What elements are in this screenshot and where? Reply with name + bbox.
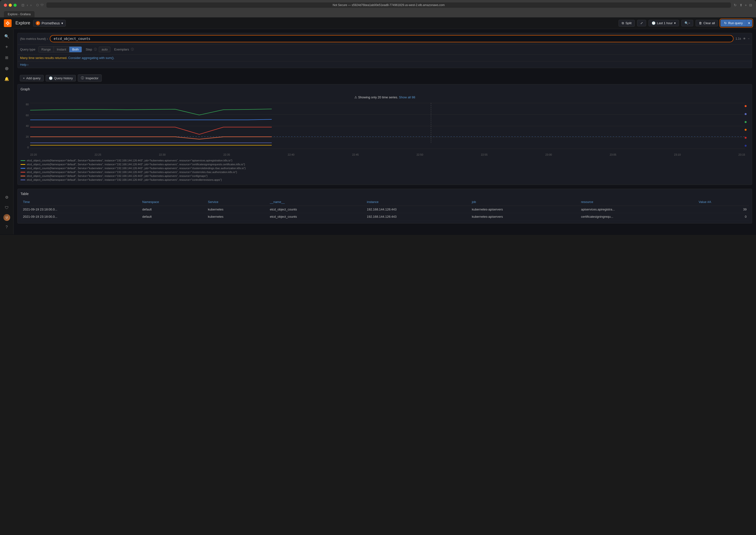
table-row: 2021-09-19 23:18:00.0... default kuberne…	[20, 206, 749, 213]
table-header-row: Time Namespace Service __name__ instance…	[20, 198, 749, 206]
maximize-button[interactable]	[14, 4, 17, 7]
exemplars-label: Exemplars	[114, 48, 129, 51]
step-label: Step	[86, 48, 92, 51]
sidebar: 🔍 + ⊞ ◎ 🔔 ⚙ 🛡	[0, 29, 14, 235]
back-icon[interactable]: ‹	[27, 3, 28, 7]
split-button[interactable]: ⧉ Split	[619, 20, 634, 27]
sidebar-item-search[interactable]: 🔍	[2, 32, 11, 41]
col-service[interactable]: Service	[205, 198, 267, 206]
sidebar-item-explore[interactable]: ◎	[2, 64, 11, 72]
minimize-button[interactable]	[9, 4, 12, 7]
y-label-80: 80	[26, 103, 29, 106]
x-label-3: 22:35	[224, 153, 230, 156]
query-history-button[interactable]: 🕐 Query history	[46, 75, 76, 81]
query-type-row: Query type Range Instant Both Step ⓘ	[18, 44, 752, 55]
y-label-40: 40	[26, 125, 29, 127]
sidebar-item-dashboards[interactable]: ⊞	[2, 53, 11, 62]
col-job[interactable]: job	[469, 198, 579, 206]
zoom-out-button[interactable]: 🔍−	[681, 20, 693, 26]
time-label: Last 1 hour	[657, 21, 673, 25]
col-name[interactable]: __name__	[267, 198, 364, 206]
sidebar-item-help[interactable]: ?	[2, 223, 11, 232]
x-label-8: 23:00	[545, 153, 552, 156]
reload-icon[interactable]: ↻	[734, 3, 737, 7]
run-query-main[interactable]: ↻ Run query	[721, 20, 746, 26]
legend-item-4: etcd_object_counts{Namespace="default", …	[20, 170, 749, 174]
run-query-dropdown[interactable]: ▾	[746, 20, 752, 26]
table-title: Table	[20, 192, 749, 196]
sidebar-item-new[interactable]: +	[2, 42, 11, 51]
collapse-icon[interactable]: −	[748, 37, 749, 40]
legend: etcd_object_counts{Namespace="default", …	[20, 158, 749, 182]
topbar-actions: ⧉ Split ⤢ 🕐 Last 1 hour ▾ 🔍− 🗑 Clear all…	[619, 19, 752, 27]
col-time[interactable]: Time	[20, 198, 140, 206]
dot-2	[745, 113, 746, 115]
forward-icon[interactable]: ›	[30, 3, 32, 7]
clear-button[interactable]: 🗑 Clear all	[696, 20, 718, 26]
cell-time-2: 2021-09-19 23:18:00.0...	[20, 213, 140, 220]
plus-icon: +	[23, 76, 25, 80]
col-resource[interactable]: resource	[579, 198, 696, 206]
col-instance[interactable]: instance	[364, 198, 470, 206]
browser-tab[interactable]: Explore - Grafana	[4, 11, 35, 17]
tab-manager-icon[interactable]: ⊡	[21, 3, 24, 7]
cell-job-1: kubernetes-apiservers	[469, 206, 579, 213]
clock-icon: 🕐	[652, 21, 656, 25]
tab-both[interactable]: Both	[69, 47, 82, 52]
share-icon: ⤢	[640, 21, 643, 25]
table-row: 2021-09-19 23:18:00.0... default kuberne…	[20, 213, 749, 220]
time-picker-button[interactable]: 🕐 Last 1 hour ▾	[649, 20, 679, 26]
query-input[interactable]: etcd_object_counts	[50, 35, 734, 42]
explore-label: Explore	[15, 20, 30, 26]
shield-icon: 🛡	[5, 206, 9, 210]
query-meta: 1.1s 👁 −	[736, 37, 749, 40]
graph-warning-bar: ⚠ Showing only 20 time series. Show all …	[20, 94, 749, 101]
tabs-icon[interactable]: ⊟	[749, 3, 752, 7]
help-link[interactable]: Help ›	[18, 61, 752, 68]
share-icon[interactable]: ⬆	[740, 3, 742, 7]
cell-namespace-1: default	[140, 206, 205, 213]
legend-label-6: etcd_object_counts{Namespace="default", …	[27, 178, 222, 181]
query-time: 1.1s	[736, 37, 741, 40]
legend-color-2	[20, 164, 25, 165]
x-label-2: 22:30	[159, 153, 166, 156]
sidebar-item-shield[interactable]: 🛡	[2, 204, 11, 212]
warning-link[interactable]: Consider aggregating with sum().	[68, 56, 114, 60]
avatar[interactable]: U	[3, 214, 10, 221]
close-button[interactable]	[4, 4, 7, 7]
share-button[interactable]: ⤢	[637, 20, 646, 26]
show-all-link[interactable]: Show all 98	[399, 96, 415, 99]
tab-range[interactable]: Range	[39, 47, 54, 52]
datasource-selector[interactable]: P Prometheus ▾	[33, 20, 66, 27]
new-tab-icon[interactable]: +	[745, 3, 747, 7]
cell-job-2: kubernetes-apiservers	[469, 213, 579, 220]
sidebar-item-settings[interactable]: ⚙	[2, 193, 11, 202]
step-value[interactable]: auto	[99, 47, 110, 52]
legend-color-4	[20, 172, 25, 173]
graph-section: Graph ⚠ Showing only 20 time series. Sho…	[17, 84, 752, 185]
prometheus-icon: P	[36, 21, 40, 25]
add-query-button[interactable]: + Add query	[20, 75, 44, 81]
cell-namespace-2: default	[140, 213, 205, 220]
col-namespace[interactable]: Namespace	[140, 198, 205, 206]
x-label-6: 22:50	[417, 153, 423, 156]
run-query-label: Run query	[728, 21, 743, 25]
sidebar-item-alerting[interactable]: 🔔	[2, 74, 11, 83]
metrics-breadcrumb[interactable]: (No metrics found) ›	[20, 37, 48, 41]
grafana-logo[interactable]	[4, 19, 12, 27]
cell-service-2: kubernetes	[205, 213, 267, 220]
run-query-button[interactable]: ↻ Run query ▾	[720, 19, 752, 27]
aws-icon: ⬡	[36, 3, 39, 7]
tab-instant[interactable]: Instant	[54, 47, 69, 52]
legend-color-3	[20, 168, 25, 169]
right-dots	[745, 103, 746, 149]
eye-icon[interactable]: 👁	[743, 37, 746, 40]
address-bar[interactable]: Not Secure — s5924d76bea1ab00e51ead8-774…	[46, 2, 731, 8]
question-icon: ?	[6, 225, 8, 229]
cell-service-1: kubernetes	[205, 206, 267, 213]
inspector-button[interactable]: ⓘ Inspector	[78, 74, 101, 82]
cell-resource-2: certificatesigningrequ...	[579, 213, 696, 220]
chevron-down-icon: ▾	[674, 21, 676, 25]
col-value[interactable]: Value #A	[696, 198, 749, 206]
zoom-out-icon: 🔍−	[685, 21, 690, 25]
